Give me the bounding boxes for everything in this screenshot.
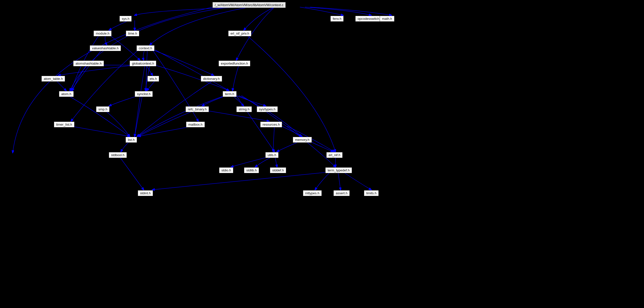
node-atom-h[interactable]: atom.h [59, 91, 74, 97]
node-sys-types-h[interactable]: sys/types.h [257, 106, 278, 112]
node-module-h[interactable]: module.h [94, 31, 112, 36]
node-limits-h[interactable]: limits.h [364, 190, 379, 196]
node-stdlib-h[interactable]: stdlib.h [244, 167, 259, 173]
node-smp-h[interactable]: smp.h [96, 106, 110, 112]
node-list-h[interactable]: list.h [126, 137, 137, 143]
node-dictionary-h[interactable]: dictionary.h [201, 76, 222, 82]
node-term-typedef-h[interactable]: term_typedef.h [325, 167, 352, 173]
node-exportedfunction-h[interactable]: exportedfunction.h [219, 61, 250, 66]
node-sys-h[interactable]: sys.h [119, 16, 132, 22]
node-time-h[interactable]: time.h [126, 31, 139, 36]
node-inttypes-h[interactable]: inttypes.h [303, 190, 322, 196]
node-context-h[interactable]: context.h [136, 45, 155, 51]
node-refc-binary-h[interactable]: refc_binary.h [186, 106, 209, 112]
node-stdio-h[interactable]: stdio.h [219, 167, 233, 173]
node-stdbool-h[interactable]: stdbool.h [109, 152, 127, 158]
node-resources-h[interactable]: resources.h [260, 122, 282, 127]
node-synclist-h[interactable]: synclist.h [135, 91, 153, 97]
node-atomshashtable-h[interactable]: atomshashtable.h [73, 61, 104, 66]
node-term-h[interactable]: term.h [223, 91, 237, 97]
node-globalcontext-h[interactable]: globalcontext.h [130, 61, 156, 66]
node-mailbox-h[interactable]: mailbox.h [186, 122, 205, 127]
node-erl-nif-priv-h[interactable]: erl_nif_priv.h [228, 31, 251, 36]
node-atom-table-h[interactable]: atom_table.h [41, 76, 65, 82]
node-context-c[interactable]: /_w/AtomVM/AtomVM/src/libAtomVM/context.… [212, 2, 286, 8]
node-valueshashtable-h[interactable]: valueshashtable.h [90, 45, 121, 51]
node-timer-list-h[interactable]: timer_list.h [54, 122, 74, 127]
node-string-h[interactable]: string.h [236, 106, 252, 112]
node-memory-h[interactable]: memory.h [293, 137, 312, 143]
node-utils-h[interactable]: utils.h [265, 152, 279, 158]
node-stddef-h[interactable]: stddef.h [270, 167, 286, 173]
node-erl-nif-h[interactable]: erl_nif.h [326, 152, 343, 158]
node-stdint-h[interactable]: stdint.h [138, 190, 153, 196]
node-math-h[interactable]: math.h [380, 16, 394, 22]
node-fenv-h[interactable]: fenv.h [330, 16, 344, 22]
node-ets-h[interactable]: ets.h [147, 76, 159, 82]
node-assert-h[interactable]: assert.h [333, 190, 350, 196]
